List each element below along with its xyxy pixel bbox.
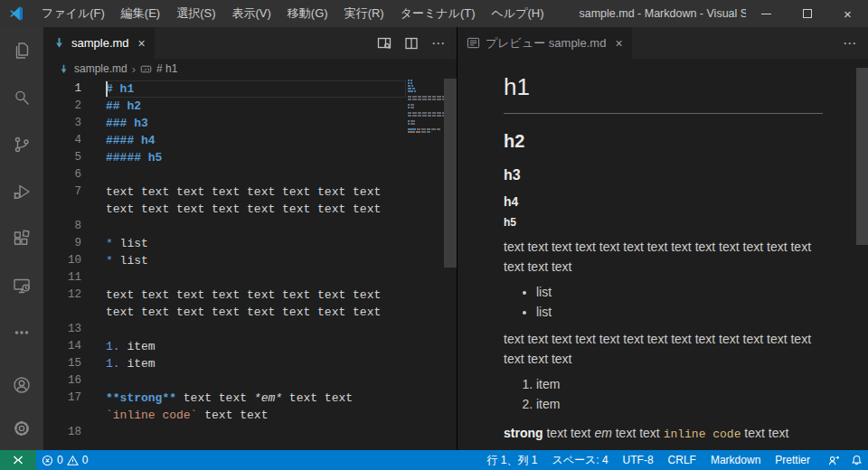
menu-item[interactable]: 編集(E) bbox=[113, 0, 168, 27]
status-encoding[interactable]: UTF-8 bbox=[616, 450, 661, 470]
code-line[interactable]: 9* list bbox=[43, 235, 457, 252]
remote-indicator[interactable] bbox=[0, 450, 36, 470]
tab-sample-md[interactable]: sample.md × bbox=[43, 27, 155, 59]
breadcrumb-file[interactable]: sample.md bbox=[74, 62, 127, 75]
run-and-debug-icon[interactable] bbox=[0, 168, 43, 215]
tab-close-icon[interactable]: × bbox=[615, 37, 622, 50]
settings-gear-icon[interactable] bbox=[0, 407, 43, 450]
window-title: sample.md - Markdown - Visual Studio Cod… bbox=[552, 7, 746, 20]
status-indentation[interactable]: スペース: 4 bbox=[544, 450, 615, 470]
line-content: * list bbox=[106, 235, 406, 252]
code-line[interactable]: 1# h1 bbox=[43, 80, 457, 98]
code-line[interactable]: 6 bbox=[43, 166, 457, 183]
split-editor-icon[interactable] bbox=[404, 36, 419, 51]
open-preview-side-icon[interactable] bbox=[377, 36, 392, 51]
preview-list-item: item bbox=[536, 374, 823, 394]
status-language-mode[interactable]: Markdown bbox=[703, 450, 768, 470]
preview-block-h2: h2 bbox=[504, 130, 823, 152]
code-line[interactable]: text text text text text text text text bbox=[43, 201, 457, 218]
status-eol-sequence[interactable]: CRLF bbox=[661, 450, 703, 470]
menu-item[interactable]: 表示(V) bbox=[224, 0, 279, 27]
status-cursor-position[interactable]: 行 1、列 1 bbox=[479, 450, 544, 470]
menu-item[interactable]: ターミナル(T) bbox=[392, 0, 484, 27]
minimap-mark bbox=[418, 112, 421, 114]
line-number: 7 bbox=[43, 183, 81, 201]
markdown-file-icon bbox=[58, 63, 70, 75]
minimap-mark bbox=[414, 90, 416, 92]
breadcrumb-symbol[interactable]: # h1 bbox=[156, 62, 177, 75]
menu-item[interactable]: 実行(R) bbox=[336, 0, 392, 27]
code-line[interactable]: 10* list bbox=[43, 252, 457, 269]
minimap-line bbox=[408, 120, 444, 122]
code-line[interactable]: 17**strong** text text *em* text text bbox=[43, 390, 457, 407]
minimap-mark bbox=[410, 120, 414, 122]
minimap-mark bbox=[408, 90, 413, 92]
remote-explorer-icon[interactable] bbox=[0, 262, 43, 309]
line-content: ##### h5 bbox=[106, 149, 406, 166]
minimap-line bbox=[408, 99, 444, 100]
code-line[interactable]: 11 bbox=[43, 269, 457, 287]
line-number: 12 bbox=[43, 287, 81, 304]
search-icon[interactable] bbox=[0, 74, 43, 121]
menu-item[interactable]: ヘルプ(H) bbox=[484, 0, 552, 27]
maximize-button[interactable] bbox=[787, 0, 827, 27]
code-segment: 1. bbox=[106, 357, 120, 371]
code-line[interactable]: 141. item bbox=[43, 338, 457, 355]
line-number: 17 bbox=[43, 390, 81, 407]
menu-item[interactable]: 選択(S) bbox=[168, 0, 223, 27]
notifications-button[interactable] bbox=[845, 450, 868, 470]
status-formatter[interactable]: Prettier bbox=[768, 450, 817, 470]
code-line[interactable]: 12text text text text text text text tex… bbox=[43, 287, 457, 304]
minimap-mark bbox=[410, 82, 412, 84]
extensions-icon[interactable] bbox=[0, 215, 43, 262]
minimap-mark bbox=[410, 104, 414, 106]
minimap-mark bbox=[437, 96, 440, 98]
more-actions-icon[interactable] bbox=[0, 309, 43, 356]
explorer-icon[interactable] bbox=[0, 27, 43, 74]
markdown-file-icon bbox=[52, 36, 66, 50]
code-line[interactable]: 5##### h5 bbox=[43, 149, 457, 166]
code-line[interactable]: 13 bbox=[43, 321, 457, 338]
line-content: text text text text text text text text bbox=[106, 287, 406, 304]
code-line[interactable]: 16 bbox=[43, 372, 457, 390]
tab-close-icon[interactable]: × bbox=[138, 37, 146, 50]
line-number bbox=[43, 201, 81, 218]
code-segment: text text bbox=[282, 391, 353, 405]
code-line[interactable]: 8 bbox=[43, 218, 457, 235]
preview-actions: ⋯ bbox=[832, 27, 868, 59]
more-actions-icon[interactable]: ⋯ bbox=[431, 36, 446, 50]
code-line[interactable]: 2## h2 bbox=[43, 98, 457, 115]
code-line[interactable]: text text text text text text text text bbox=[43, 304, 457, 321]
minimap[interactable] bbox=[408, 80, 444, 145]
minimize-button[interactable] bbox=[746, 0, 787, 27]
code-segment: item bbox=[120, 357, 156, 371]
minimap-mark bbox=[412, 112, 416, 114]
minimap-mark bbox=[422, 112, 426, 114]
editor: 1# h12## h23### h34#### h45##### h567tex… bbox=[43, 79, 457, 450]
line-number: 6 bbox=[43, 166, 81, 183]
line-number bbox=[43, 304, 81, 321]
minimap-mark bbox=[432, 115, 436, 117]
editor-scrollbar[interactable] bbox=[444, 79, 457, 268]
code-segment: text text bbox=[197, 409, 268, 422]
code-line[interactable]: 7text text text text text text text text bbox=[43, 183, 457, 201]
accounts-icon[interactable] bbox=[0, 363, 43, 407]
maximize-icon bbox=[803, 9, 812, 18]
more-actions-icon[interactable]: ⋯ bbox=[843, 36, 857, 50]
code-line[interactable]: 3### h3 bbox=[43, 115, 457, 132]
code-line[interactable]: 18 bbox=[43, 424, 457, 441]
preview-scrollbar[interactable] bbox=[856, 68, 868, 245]
menu-item[interactable]: ファイル(F) bbox=[33, 0, 113, 27]
warning-count: 0 bbox=[82, 454, 89, 466]
code-line[interactable]: 4#### h4 bbox=[43, 132, 457, 149]
problems-indicator[interactable]: 0 0 bbox=[36, 450, 93, 470]
line-content: ### h3 bbox=[106, 115, 406, 132]
menu-item[interactable]: 移動(G) bbox=[279, 0, 336, 27]
source-control-icon[interactable] bbox=[0, 121, 43, 168]
feedback-button[interactable] bbox=[823, 450, 845, 470]
tab-markdown-preview[interactable]: プレビュー sample.md × bbox=[458, 27, 632, 59]
code-line[interactable]: 151. item bbox=[43, 355, 457, 372]
close-window-button[interactable]: × bbox=[827, 0, 868, 27]
code-line[interactable]: `inline code` text text bbox=[43, 407, 457, 424]
line-content: 1. item bbox=[106, 355, 406, 372]
